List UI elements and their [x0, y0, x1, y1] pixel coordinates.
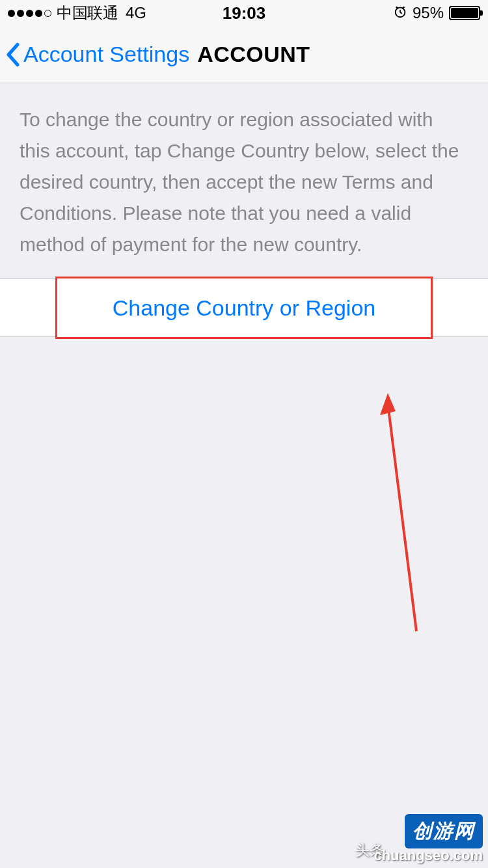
battery-icon — [449, 6, 480, 20]
chevron-left-icon — [5, 40, 21, 69]
network-label: 4G — [126, 4, 146, 22]
back-button[interactable]: Account Settings — [5, 40, 189, 69]
svg-marker-6 — [380, 393, 396, 415]
svg-line-3 — [396, 7, 398, 8]
battery-percent: 95% — [413, 4, 444, 22]
svg-line-4 — [403, 7, 405, 8]
status-right: 95% — [393, 4, 480, 22]
status-left: 中国联通 4G — [8, 3, 146, 23]
watermark: 创游网 chuangseo.com — [374, 814, 483, 864]
status-bar: 中国联通 4G 19:03 95% — [0, 0, 488, 26]
signal-strength-icon — [8, 10, 51, 17]
nav-bar: Account Settings ACCOUNT — [0, 26, 488, 83]
annotation-arrow-icon — [377, 390, 455, 638]
svg-line-5 — [388, 403, 416, 631]
description-text: To change the country or region associat… — [0, 83, 488, 278]
watermark-url: chuangseo.com — [374, 847, 483, 864]
back-label: Account Settings — [23, 42, 189, 67]
change-country-button[interactable]: Change Country or Region — [55, 277, 433, 339]
page-title: ACCOUNT — [197, 42, 310, 67]
button-row: Change Country or Region — [0, 278, 488, 337]
clock: 19:03 — [223, 3, 266, 23]
watermark-badge: 创游网 — [405, 814, 483, 848]
alarm-icon — [393, 5, 407, 22]
carrier-label: 中国联通 — [57, 3, 118, 23]
svg-line-2 — [400, 12, 402, 13]
